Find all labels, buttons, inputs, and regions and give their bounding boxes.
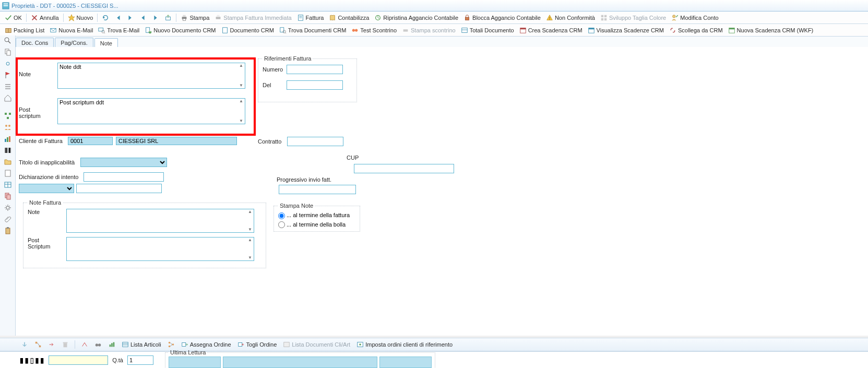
stampa-scontrino-button[interactable]: Stampa scontrino <box>399 26 458 35</box>
visualizza-scadenze-crm-button[interactable]: Visualizza Scadenze CRM <box>585 26 667 35</box>
list-icon[interactable] <box>4 82 12 91</box>
first-button[interactable] <box>112 13 124 22</box>
progressivo-invio-input[interactable] <box>279 185 356 194</box>
note-fattura-ps-textarea[interactable]: ▲ ▼ <box>66 237 254 261</box>
bb-icon8[interactable] <box>165 340 177 349</box>
svg-rect-73 <box>7 195 10 199</box>
svg-line-48 <box>8 41 10 43</box>
next-button[interactable] <box>149 13 162 22</box>
spin-up-icon[interactable]: ▲ <box>239 64 244 68</box>
bb-icon4[interactable] <box>60 340 71 349</box>
spin-up-icon[interactable]: ▲ <box>248 210 253 214</box>
ultima-lettura-field2 <box>223 357 377 368</box>
flag-icon[interactable] <box>4 71 12 79</box>
bb-icon2[interactable] <box>32 340 44 349</box>
bb-icon6[interactable] <box>92 340 104 349</box>
contabilizza-button[interactable]: Contabilizza <box>326 13 372 22</box>
tree-icon[interactable] <box>4 112 12 120</box>
scollega-crm-button[interactable]: Scollega da CRM <box>667 26 726 35</box>
lista-articoli-button[interactable]: Lista Articoli <box>120 340 163 349</box>
search-icon[interactable] <box>4 37 12 45</box>
titolo-inapplicabilita-select[interactable] <box>80 158 167 167</box>
spin-down-icon[interactable]: ▼ <box>248 228 253 232</box>
ripristina-aggancio-button[interactable]: Ripristina Aggancio Contabile <box>372 13 461 22</box>
radio-termine-fattura[interactable]: ... al termine della fattura <box>278 212 350 218</box>
link-icon[interactable] <box>4 60 12 68</box>
table-icon[interactable] <box>4 181 12 189</box>
blocca-aggancio-button[interactable]: Blocca Aggancio Contabile <box>461 13 543 22</box>
trova-doc-crm-button[interactable]: Trova Documenti CRM <box>277 26 349 35</box>
tab-pag-cons[interactable]: Pag/Cons. <box>55 38 93 48</box>
spin-down-icon[interactable]: ▼ <box>248 256 253 260</box>
gear-icon[interactable] <box>4 204 12 212</box>
cliente-code-field[interactable]: 0001 <box>68 137 113 145</box>
attach-icon[interactable] <box>4 215 12 223</box>
bb-icon7[interactable] <box>106 340 117 349</box>
barcode-input[interactable] <box>49 355 108 365</box>
copy2-icon[interactable] <box>4 192 12 200</box>
chart-icon[interactable] <box>4 135 12 143</box>
bb-icon5[interactable] <box>79 340 90 349</box>
assegna-ordine-button[interactable]: Assegna Ordine <box>179 340 233 349</box>
sviluppo-taglia-colore-button[interactable]: Sviluppo Taglia Colore <box>598 13 669 22</box>
paste-icon[interactable] <box>4 227 12 235</box>
home-icon[interactable] <box>4 94 12 102</box>
imposta-ordini-button[interactable]: Imposta ordini clienti di riferimento <box>354 340 455 349</box>
totali-documento-button[interactable]: Totali Documento <box>458 26 517 35</box>
note-fattura-note-textarea[interactable]: ▲ ▼ <box>66 209 254 233</box>
export-button[interactable] <box>162 13 174 22</box>
stampa-button[interactable]: Stampa <box>178 13 212 22</box>
lista-doc-cliart-button[interactable]: Lista Documenti Cli/Art <box>281 340 352 349</box>
last-button[interactable] <box>124 13 137 22</box>
copy-icon[interactable] <box>4 48 12 56</box>
packing-list-button[interactable]: Packing List <box>2 26 47 35</box>
crea-scadenza-crm-button[interactable]: Crea Scadenza CRM <box>517 26 585 35</box>
numero-input[interactable] <box>287 65 343 74</box>
nuovo-doc-crm-button[interactable]: +Nuovo Documento CRM <box>142 26 218 35</box>
trova-email-button[interactable]: Trova E-Mail <box>96 26 142 35</box>
nuova-email-button[interactable]: Nuova E-Mail <box>47 26 96 35</box>
test-scontrino-button[interactable]: Test Scontrino <box>349 26 399 35</box>
barcode-icon[interactable] <box>4 146 12 155</box>
svg-point-59 <box>8 125 10 127</box>
del-input[interactable] <box>287 80 343 90</box>
togli-ordine-button[interactable]: Togli Ordine <box>235 340 279 349</box>
bb-icon1[interactable] <box>19 340 30 349</box>
ok-button[interactable]: OK <box>2 13 25 22</box>
qta-label: Q.tà <box>112 357 123 363</box>
contratto-input[interactable] <box>287 137 343 146</box>
svg-line-79 <box>37 343 40 347</box>
modifica-conto-button[interactable]: Modifica Conto <box>669 13 721 22</box>
svg-rect-95 <box>182 343 185 347</box>
separator <box>176 14 176 22</box>
post-scriptum-textarea[interactable]: Post scriptum ddt ▲ ▼ <box>57 98 245 124</box>
bb-icon3[interactable] <box>46 340 57 349</box>
nuova-scadenza-wkf-button[interactable]: Nuova Scadenza CRM (WKF) <box>726 26 816 35</box>
cliente-name-field[interactable]: CIESSEGI SRL <box>116 137 237 145</box>
refresh-button[interactable] <box>99 13 112 22</box>
spin-down-icon[interactable]: ▼ <box>239 84 244 88</box>
radio-termine-bolla[interactable]: ... al termine della bolla <box>278 221 346 228</box>
stampa-fattura-immediata-button[interactable]: Stampa Fattura Immediata <box>212 13 294 22</box>
spin-up-icon[interactable]: ▲ <box>239 99 244 103</box>
dichiarazione-intento-input2[interactable] <box>76 184 162 193</box>
qta-input[interactable] <box>127 355 153 365</box>
separator <box>63 14 64 22</box>
spin-down-icon[interactable]: ▼ <box>239 119 244 123</box>
nuovo-button[interactable]: Nuovo <box>65 13 96 22</box>
non-conformita-button[interactable]: !Non Conformità <box>543 13 598 22</box>
annulla-button[interactable]: Annulla <box>28 13 62 22</box>
cup-input[interactable] <box>354 164 454 173</box>
doc-icon[interactable] <box>4 169 12 177</box>
folder-icon[interactable] <box>4 158 12 166</box>
spin-up-icon[interactable]: ▲ <box>248 238 253 242</box>
note-textarea[interactable]: Note ddt ▲ ▼ <box>57 63 245 89</box>
documento-crm-button[interactable]: Documento CRM <box>219 26 277 35</box>
fattura-button[interactable]: Fattura <box>294 13 327 22</box>
prev-button[interactable] <box>137 13 149 22</box>
dichiarazione-intento-select[interactable] <box>19 184 74 193</box>
dichiarazione-intento-input[interactable] <box>84 172 164 182</box>
users-icon[interactable] <box>4 123 12 132</box>
tab-doc-cons[interactable]: Doc. Cons <box>16 38 54 48</box>
svg-rect-77 <box>35 342 38 344</box>
